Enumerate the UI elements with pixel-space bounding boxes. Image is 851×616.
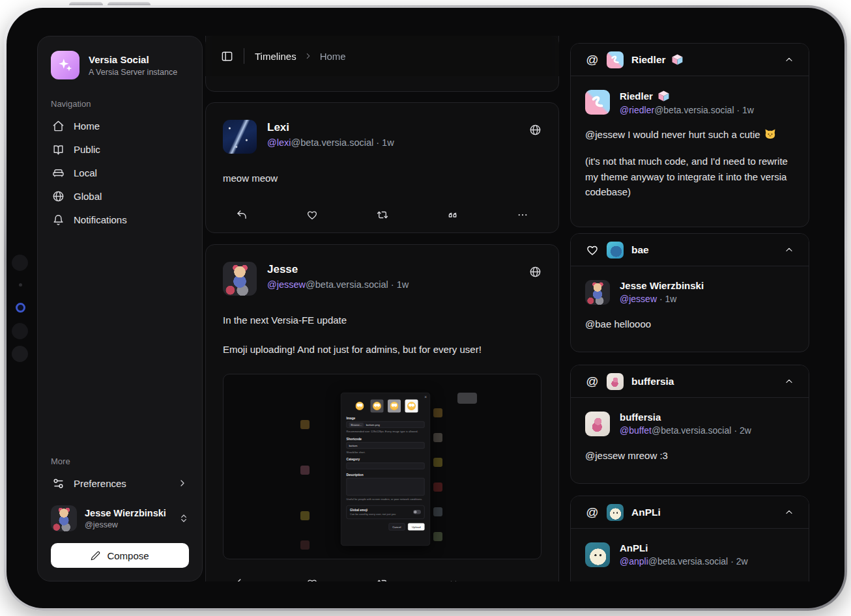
avatar[interactable]	[607, 242, 624, 259]
collapse-button[interactable]	[784, 507, 794, 518]
post-card: Lexi @lexi@beta.versia.social· 1w meow m…	[205, 102, 559, 233]
notification-timestamp[interactable]: · 1w	[659, 294, 676, 304]
more-button[interactable]	[514, 206, 531, 223]
notification-user-name[interactable]: AnPLi	[620, 542, 748, 553]
notification-user-name[interactable]: Riedler	[620, 90, 754, 102]
like-button[interactable]	[304, 575, 321, 581]
sidebar-item-label: Global	[74, 191, 102, 202]
chevron-up-icon	[784, 376, 794, 387]
post-author-instance: @beta.versia.social	[306, 279, 388, 290]
dock-item[interactable]	[12, 346, 28, 362]
avatar[interactable]	[585, 412, 610, 436]
notification-text: (it's not that much code, and I'd need t…	[585, 154, 794, 199]
background-emoji-row	[433, 507, 446, 516]
background-emoji-row	[300, 540, 313, 550]
notification-user-instance: @beta.versia.social	[652, 425, 731, 436]
avatar[interactable]	[607, 373, 624, 390]
dock-item[interactable]	[12, 255, 28, 271]
sidebar-item-global[interactable]: Global	[51, 184, 189, 208]
notification-user-handle[interactable]: @buffet	[620, 425, 652, 436]
globe-icon	[52, 190, 65, 203]
file-name: bottom.png	[366, 423, 380, 427]
notification-user-handle[interactable]: @jessew	[620, 294, 657, 304]
sidebar-toggle-button[interactable]	[221, 50, 233, 63]
dock-item[interactable]	[12, 323, 28, 339]
avatar[interactable]	[223, 120, 257, 154]
preferences-label: Preferences	[74, 478, 126, 489]
notification-user-name[interactable]: buffersia	[620, 412, 751, 423]
chevron-right-icon	[177, 478, 188, 488]
collapse-button[interactable]	[784, 376, 794, 387]
description-hint: Useful for people with screen readers, o…	[347, 497, 425, 501]
image-hint: Recommended size: 128x128px. Every image…	[347, 430, 425, 434]
cancel-button: Cancel	[388, 523, 405, 530]
notification-timestamp[interactable]: · 2w	[730, 556, 747, 567]
sidebar-item-public[interactable]: Public	[51, 137, 189, 161]
chevron-up-icon	[784, 245, 794, 255]
dock-indicator-dot	[19, 283, 22, 287]
post-author-name[interactable]: Lexi	[267, 121, 394, 134]
pencil-icon	[91, 551, 100, 561]
sidebar-item-notifications[interactable]: Notifications	[51, 208, 189, 231]
notification-header[interactable]: @ buffersia	[571, 365, 809, 398]
notification-header[interactable]: @ AnPLi	[571, 496, 809, 529]
repost-button[interactable]	[374, 206, 391, 223]
notification-header[interactable]: bae	[571, 234, 809, 266]
account-switcher[interactable]: Jesse Wierzbinski @jessew	[51, 505, 189, 531]
app-logo-row[interactable]: Versia Social A Versia Server instance	[51, 51, 189, 79]
collapse-button[interactable]	[784, 55, 794, 65]
dock-item-active[interactable]	[16, 303, 25, 313]
avatar	[51, 505, 77, 531]
post-author-name[interactable]: Jesse	[267, 263, 409, 276]
notification-user-handle[interactable]: @riedler	[620, 105, 654, 115]
background-emoji-row	[300, 420, 313, 429]
notification-header[interactable]: @ Riedler	[571, 44, 809, 76]
post-timestamp[interactable]: · 1w	[376, 137, 394, 148]
embed-bg-button	[457, 393, 477, 404]
shortcode-input: bottom	[347, 442, 425, 449]
avatar[interactable]	[585, 280, 610, 305]
close-icon: ×	[424, 395, 427, 400]
post-timestamp[interactable]: · 1w	[391, 279, 409, 290]
panel-left-icon	[221, 50, 233, 63]
more-button[interactable]	[514, 575, 531, 581]
compose-button[interactable]: Compose	[51, 543, 189, 568]
sidebar-item-local[interactable]: Local	[51, 161, 189, 184]
like-button[interactable]	[304, 206, 321, 223]
notification-text: @jessew I would never hurt such a cutie	[585, 127, 794, 142]
sidebar-item-home[interactable]: Home	[51, 114, 189, 137]
quote-button[interactable]	[444, 575, 461, 581]
collapse-button[interactable]	[784, 245, 794, 255]
avatar[interactable]	[223, 262, 257, 296]
app-title: Versia Social	[89, 54, 177, 66]
file-input: Browse... bottom.png	[347, 421, 425, 428]
repeat-icon	[377, 578, 388, 581]
notification-timestamp[interactable]: · 1w	[737, 105, 754, 115]
quote-button[interactable]	[444, 206, 461, 223]
avatar[interactable]	[607, 51, 624, 68]
post-attachment-image[interactable]: × Image Browse... bottom.png Recomme	[223, 374, 541, 559]
notification-user-instance: @beta.versia.social	[648, 556, 728, 567]
notification-user-name[interactable]: Jesse Wierzbinski	[620, 280, 704, 291]
chevron-up-icon	[784, 55, 794, 65]
reply-button[interactable]	[233, 575, 250, 581]
emoji-preview-light	[405, 400, 418, 413]
post-author-handle[interactable]: @jessew	[267, 279, 306, 290]
reply-button[interactable]	[233, 206, 250, 223]
post-author-handle[interactable]: @lexi	[267, 137, 291, 148]
avatar[interactable]	[585, 542, 610, 567]
like-heart-icon	[585, 244, 599, 257]
breadcrumb-root[interactable]: Timelines	[255, 51, 296, 62]
emoji-preview-row	[347, 400, 425, 413]
sidebar-item-preferences[interactable]: Preferences	[51, 471, 189, 495]
notification-timestamp[interactable]: · 2w	[734, 425, 751, 436]
avatar[interactable]	[585, 90, 610, 115]
repost-button[interactable]	[374, 575, 391, 581]
avatar[interactable]	[607, 504, 624, 521]
cube-emoji	[657, 90, 670, 102]
header-divider	[244, 48, 244, 64]
notification-user-handle[interactable]: @anpli	[620, 556, 648, 567]
post-text: Emoji uploading! And not just for admins…	[223, 343, 541, 357]
global-emoji-hint: Can be used by every user, not just you	[350, 512, 396, 516]
notification-title: AnPLi	[631, 507, 661, 518]
